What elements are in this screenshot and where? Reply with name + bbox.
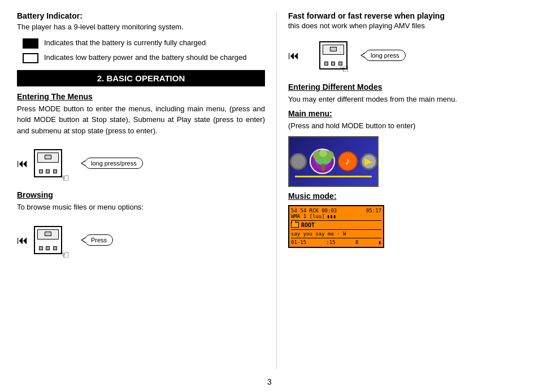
device-arrow-right2: ⏮	[288, 49, 299, 62]
device-arrow-left2: ⏮	[17, 233, 28, 246]
device-body-left	[34, 149, 62, 177]
battery-full-row: Indicates that the battery is currently …	[23, 37, 265, 49]
menu-tree-svg	[311, 150, 336, 175]
menu-music-icon: ♪	[338, 151, 358, 171]
battery-title: Battery Indicator:	[17, 11, 265, 20]
main-menu-text: (Press and hold MODE button to enter)	[288, 120, 522, 132]
browsing-text: To browse music files or menu options:	[17, 202, 265, 213]
menu-center-icon	[310, 149, 335, 174]
cursor-hand-right: ☜	[339, 62, 349, 76]
cursor-hand-left: ☜	[59, 171, 69, 185]
menu-yellow-line	[295, 176, 372, 177]
device-btn2	[46, 169, 50, 173]
entering-menus-title: Entering The Menus	[17, 92, 265, 101]
music-repeat: 8	[355, 239, 358, 245]
music-filename: say you say me · W	[291, 231, 381, 237]
folder-name: ROOT	[301, 222, 315, 228]
screen-divider	[291, 220, 381, 221]
screen-divider3	[291, 238, 381, 238]
music-row1-left: 54 54 RCK 00:03	[291, 208, 337, 214]
device-btn-row-left	[37, 169, 59, 173]
menu-arrow-right-icon: ►	[362, 154, 375, 169]
page-number: 3	[0, 374, 539, 392]
fast-title: Fast forward or fast reverse when playin…	[288, 11, 522, 20]
battery-text: The player has a 9-level battery monitor…	[17, 21, 265, 33]
battery-full-text: Indicates that the battery is currently …	[44, 37, 206, 49]
music-row1-right: 05:17	[366, 208, 381, 214]
longpress-bubble-left: long press/press	[85, 158, 143, 169]
music-screen-bottom: 01-15 :15 8 ▮	[291, 239, 381, 245]
device-btn1	[39, 169, 43, 173]
entering-modes-title: Entering Different Modes	[288, 82, 522, 92]
page: Battery Indicator: The player has a 9-le…	[0, 0, 539, 392]
content-area: Battery Indicator: The player has a 9-le…	[0, 0, 539, 374]
battery-empty-icon	[23, 53, 38, 63]
device-btn-b2	[46, 246, 50, 250]
battery-indicator: ▮▮▮	[327, 214, 336, 219]
browsing-title: Browsing	[17, 190, 265, 199]
browsing-diagram: ⏮ ☜ Press	[17, 217, 265, 263]
device-screen-browse	[37, 229, 59, 239]
music-row2: WMA 1 [luu]	[291, 214, 325, 219]
entering-modes-text: You may enter different modes from the m…	[288, 94, 522, 105]
battery-indicators: Indicates that the battery is currently …	[23, 37, 265, 63]
cursor-hand-browse: ☜	[59, 248, 69, 262]
entering-menus-diagram: ⏮ ☜ long press/press	[17, 141, 265, 186]
battery-low-row: Indicates low battery power and the batt…	[23, 52, 265, 63]
press-bubble: Press	[85, 234, 113, 246]
longpress-bubble-right: long press	[364, 50, 406, 61]
device-btn-r1	[324, 62, 328, 66]
device-arrow-left: ⏮	[17, 157, 28, 170]
battery-full-icon	[23, 38, 38, 49]
device-body-browse	[34, 226, 62, 254]
device-btn-b1	[39, 246, 43, 250]
folder-icon	[291, 222, 299, 228]
main-menu-image: ◄ ♪ ►	[288, 136, 379, 187]
right-column: Fast forward or fast reverse when playin…	[277, 11, 522, 369]
music-battery-bottom: ▮	[379, 239, 381, 245]
device-btn-row-browse	[37, 246, 59, 250]
main-menu-title: Main menu:	[288, 109, 522, 118]
fast-text: this does not work when playing AMV file…	[288, 20, 522, 32]
fast-diagram: ⏮ ☜ long press	[288, 34, 522, 77]
device-screen-left	[37, 153, 59, 163]
device-screen-right	[323, 45, 344, 55]
basic-op-header: 2. BASIC OPERATION	[17, 70, 265, 86]
music-time-left: 01-15	[291, 239, 306, 245]
device-btn-b3	[53, 246, 57, 250]
device-btn-r2	[331, 62, 335, 66]
menu-gear-icon-left	[290, 153, 307, 170]
battery-low-text: Indicates low battery power and the batt…	[44, 52, 246, 63]
screen-divider2	[291, 229, 381, 230]
music-screen-row1: 54 54 RCK 00:03 05:17	[291, 208, 381, 214]
music-screen-row2: WMA 1 [luu] ▮▮▮	[291, 214, 381, 219]
left-column: Battery Indicator: The player has a 9-le…	[17, 11, 277, 369]
music-mode-title: Music mode:	[288, 191, 522, 201]
device-btn3	[53, 169, 57, 173]
entering-menus-text: Press MODE button to enter the menus, in…	[17, 103, 265, 137]
music-folder-row: ROOT	[291, 222, 381, 228]
music-time-mid: :15	[326, 239, 335, 245]
music-mode-screen: 54 54 RCK 00:03 05:17 WMA 1 [luu] ▮▮▮ RO…	[288, 205, 384, 248]
svg-rect-1	[321, 164, 325, 171]
